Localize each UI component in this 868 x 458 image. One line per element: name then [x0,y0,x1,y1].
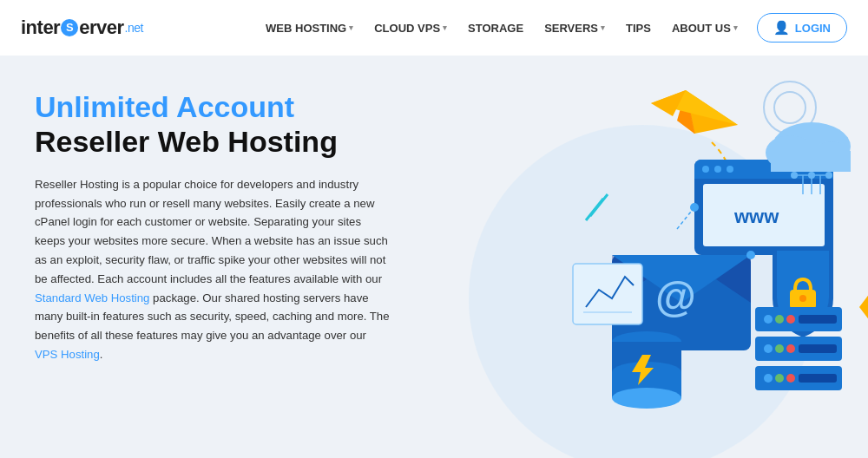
svg-point-39 [612,388,681,409]
svg-point-43 [775,315,784,324]
chevron-down-icon: ▾ [443,23,447,32]
standard-web-hosting-link[interactable]: Standard Web Hosting [35,291,149,304]
svg-marker-58 [859,290,868,324]
logo-inter: inter [21,16,60,39]
svg-point-47 [764,344,773,353]
svg-point-48 [775,344,784,353]
svg-point-54 [786,374,795,383]
svg-point-12 [714,166,721,173]
svg-point-2 [774,92,806,123]
nav-web-hosting[interactable]: WEB HOSTING ▾ [257,15,362,42]
chevron-down-icon: ▾ [733,23,738,32]
chevron-down-icon: ▾ [601,23,605,32]
nav-servers[interactable]: SERVERS ▾ [536,15,614,42]
main-nav: WEB HOSTING ▾ CLOUD VPS ▾ STORAGE SERVER… [257,13,847,43]
svg-point-60 [746,251,755,259]
logo-s-icon: S [61,19,78,36]
svg-point-34 [799,295,806,302]
svg-point-44 [786,315,795,324]
svg-rect-45 [799,315,837,324]
body-text: Reseller Hosting is a popular choice for… [35,175,391,364]
svg-point-42 [764,315,773,324]
svg-rect-19 [771,151,851,172]
logo-server: erver [79,16,123,39]
chevron-down-icon: ▾ [349,23,353,32]
svg-text:www: www [733,206,779,227]
nav-cloud-vps[interactable]: CLOUD VPS ▾ [365,15,456,42]
svg-rect-50 [799,344,837,353]
svg-point-53 [775,374,784,383]
header: interServer.net WEB HOSTING ▾ CLOUD VPS … [0,0,868,56]
user-icon: 👤 [773,20,790,36]
headline-black: Reseller Web Hosting [35,124,391,160]
hero-illustration: www @ [417,56,868,458]
headline-blue: Unlimited Account [35,90,391,124]
svg-point-11 [702,166,709,173]
illustration-area: www @ [417,56,868,458]
svg-point-49 [786,344,795,353]
logo-net: .net [125,21,143,35]
nav-tips[interactable]: TIPS [617,15,660,42]
content-left: Unlimited Account Reseller Web Hosting R… [0,56,417,458]
login-button[interactable]: 👤 LOGIN [757,13,847,43]
vps-hosting-link[interactable]: VPS Hosting [35,348,100,361]
nav-storage[interactable]: STORAGE [459,15,532,42]
logo[interactable]: interServer.net [21,16,143,39]
svg-point-52 [764,374,773,383]
svg-text:@: @ [655,274,696,320]
svg-rect-55 [799,374,837,383]
nav-about-us[interactable]: ABOUT US ▾ [663,15,746,42]
svg-rect-56 [573,264,642,324]
main-content: Unlimited Account Reseller Web Hosting R… [0,56,868,458]
svg-point-13 [727,166,733,173]
